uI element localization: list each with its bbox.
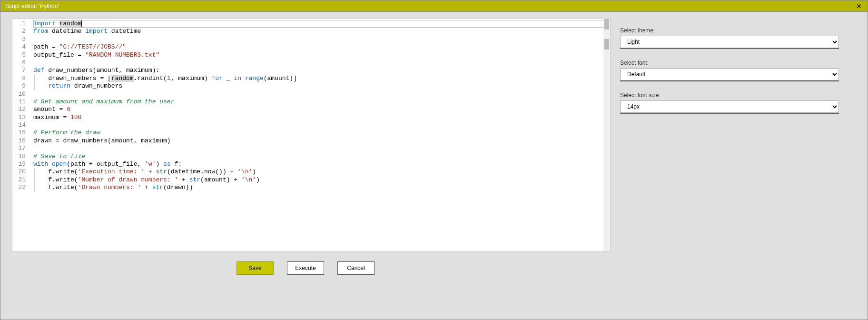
theme-label: Select theme:: [620, 27, 839, 34]
buttons-row: Save Execute Cancel: [0, 261, 611, 275]
line-number: 3: [12, 36, 26, 43]
code-line[interactable]: # Perform the draw: [33, 129, 610, 137]
code-line[interactable]: amount = 6: [33, 106, 610, 113]
code-line[interactable]: path = "C://TEST//JOBS//": [33, 43, 610, 51]
code-editor[interactable]: 12345678910111213141516171819202122 impo…: [12, 19, 611, 252]
line-number: 12: [12, 106, 26, 113]
titlebar: Script editor: 'Python' ✕: [0, 0, 868, 12]
fontsize-group: Select font size: 14px: [620, 92, 839, 114]
theme-group: Select theme: Light: [620, 27, 839, 49]
code-line[interactable]: import random: [33, 20, 610, 28]
line-number: 19: [12, 160, 26, 168]
line-number: 13: [12, 114, 26, 121]
scrollbar-thumb[interactable]: [604, 19, 609, 30]
line-number: 2: [12, 28, 26, 35]
line-number: 15: [12, 129, 26, 137]
line-number: 20: [12, 168, 26, 176]
line-number: 22: [12, 184, 26, 191]
code-line[interactable]: [33, 36, 610, 43]
window-title: Script editor: 'Python': [5, 3, 59, 10]
cancel-button[interactable]: Cancel: [337, 261, 375, 275]
code-line[interactable]: from datetime import datetime: [33, 28, 610, 35]
code-line[interactable]: f.write('Drawn numbers: ' + str(drawn)): [33, 184, 610, 191]
line-number: 10: [12, 90, 26, 98]
font-label: Select font:: [620, 60, 839, 66]
line-gutter: 12345678910111213141516171819202122: [12, 19, 30, 251]
line-number: 9: [12, 82, 26, 90]
code-line[interactable]: f.write('Execution time: ' + str(datetim…: [33, 168, 610, 176]
code-line[interactable]: output_file = "RANDOM NUMBERS.txt": [33, 51, 610, 59]
line-number: 18: [12, 153, 26, 160]
line-number: 4: [12, 43, 26, 51]
code-line[interactable]: [33, 145, 610, 152]
fontsize-label: Select font size:: [620, 92, 839, 99]
code-line[interactable]: def draw_numbers(amount, maximum):: [33, 67, 610, 74]
scrollbar-thumb[interactable]: [604, 39, 609, 50]
code-line[interactable]: maximum = 100: [33, 114, 610, 121]
code-line[interactable]: return drawn_numbers: [33, 82, 610, 90]
code-line[interactable]: # Get amount and maximum from the user: [33, 98, 610, 106]
line-number: 11: [12, 98, 26, 106]
code-line[interactable]: [33, 90, 610, 98]
divider: [620, 80, 839, 81]
save-button[interactable]: Save: [237, 261, 274, 275]
execute-button[interactable]: Execute: [287, 261, 324, 275]
code-line[interactable]: f.write('Number of drawn numbers: ' + st…: [33, 176, 610, 184]
line-number: 14: [12, 121, 26, 129]
font-select[interactable]: Default: [620, 68, 839, 80]
content: 12345678910111213141516171819202122 impo…: [0, 12, 868, 320]
line-number: 21: [12, 176, 26, 184]
line-number: 16: [12, 137, 26, 145]
code-area[interactable]: import randomfrom datetime import dateti…: [30, 19, 610, 251]
line-number: 1: [12, 20, 26, 28]
code-line[interactable]: drawn = draw_numbers(amount, maximum): [33, 137, 610, 145]
line-number: 5: [12, 51, 26, 59]
line-number: 6: [12, 59, 26, 67]
line-number: 7: [12, 67, 26, 74]
scrollbar-vertical[interactable]: [603, 19, 610, 251]
close-icon[interactable]: ✕: [853, 2, 865, 10]
left-panel: 12345678910111213141516171819202122 impo…: [0, 12, 611, 320]
code-line[interactable]: with open(path + output_file, 'w') as f:: [33, 160, 610, 168]
code-line[interactable]: [33, 59, 610, 67]
code-line[interactable]: [33, 121, 610, 129]
divider: [620, 113, 839, 114]
code-line[interactable]: drawn_numbers = [random.randint(1, maxim…: [33, 75, 610, 82]
font-group: Select font: Default: [620, 60, 839, 81]
fontsize-select[interactable]: 14px: [620, 100, 839, 113]
divider: [620, 48, 839, 49]
theme-select[interactable]: Light: [620, 36, 839, 48]
line-number: 8: [12, 75, 26, 82]
line-number: 17: [12, 145, 26, 152]
right-panel: Select theme: Light Select font: Default…: [611, 12, 868, 320]
code-line[interactable]: # Save to file: [33, 153, 610, 160]
